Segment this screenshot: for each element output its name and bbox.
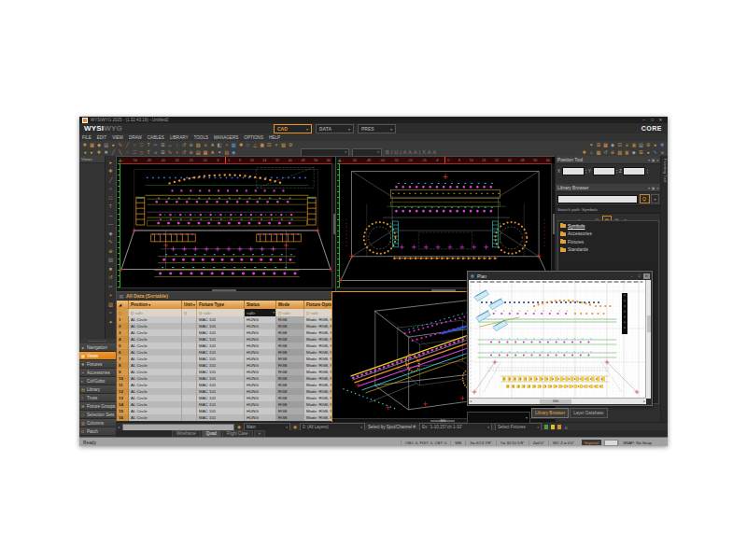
sidebar-item[interactable]: ≡ Truss [79, 394, 116, 402]
toolbar-icon[interactable]: ≡ [658, 149, 666, 156]
filter-fixture-type[interactable]: Ϙ<all> [197, 309, 245, 316]
column-header-position[interactable]: Position▾ [129, 301, 182, 309]
toolbar-icon[interactable]: ╱ [109, 149, 117, 156]
filter-row-number[interactable]: Ϙ [117, 309, 129, 316]
toolbar-icon[interactable]: ✦ [587, 142, 595, 148]
sidebar-item[interactable]: ▥ Columns [79, 419, 116, 427]
filter-status-dropdown[interactable]: <all>▾ [245, 309, 276, 316]
mode-tab[interactable]: CAD ▾ [274, 124, 312, 133]
format-button[interactable]: A [428, 149, 431, 155]
format-button[interactable]: A [408, 149, 412, 155]
library-browser-header[interactable]: Library Browser ▾ ▣ ✕ [556, 184, 661, 192]
toolbar-icon[interactable]: ◇ [245, 142, 252, 148]
toolbar-icon[interactable]: ⊞ [160, 142, 167, 148]
sidebar-item[interactable]: ⊡ Patch [79, 427, 116, 436]
draw-tool-icon[interactable]: ■ [106, 264, 115, 273]
sidebar-item[interactable]: ▤ Library [79, 385, 116, 394]
menu-item[interactable]: EDIT [97, 135, 106, 140]
toolbar-icon[interactable]: ◆ [230, 149, 237, 156]
toolbar-icon[interactable]: ▨ [280, 142, 288, 148]
yellow-flag-icon[interactable] [551, 425, 555, 430]
draw-tool-icon[interactable]: ✚ [106, 167, 115, 176]
toolbar-icon[interactable]: ● [652, 142, 659, 148]
table-row[interactable]: 15 AL Circle MAC 101 HUNG RGB Mode: RGB,… [117, 408, 332, 414]
table-row[interactable]: 6 AL Circle MAC 101 HUNG RGB Mode: RGB, … [117, 349, 332, 356]
search-button[interactable]: Ϙ [640, 194, 650, 203]
toolbar-icon[interactable]: ✦ [216, 149, 223, 156]
sidebar-item[interactable]: ◇ Selection Sets [79, 411, 116, 419]
toolbar-icon[interactable]: ▧ [223, 149, 231, 156]
toolbar-icon[interactable]: ╱ [124, 142, 132, 148]
table-row[interactable]: 3 AL Circle MAC 101 HUNG RGB Mode: RGB, … [117, 329, 332, 336]
table-row[interactable]: 11 AL Circle MAC 101 HUNG RGB Mode: RGB,… [117, 382, 332, 388]
sidebar-item[interactable]: ⊞ Fixture Groups [79, 402, 116, 411]
draw-tool-icon[interactable]: ○ [106, 185, 115, 194]
y-input[interactable] [593, 167, 615, 175]
person-icon[interactable]: ♙ [564, 425, 568, 430]
toolbar-icon[interactable]: ✎ [117, 142, 124, 148]
mode-tab[interactable]: PRES ▾ [358, 124, 396, 133]
toolbar-icon[interactable]: ◆ [609, 142, 616, 148]
collapse-icon[interactable]: ▾ [648, 186, 650, 190]
toolbar-icon[interactable]: ⌂ [587, 149, 595, 156]
draw-tool-icon[interactable]: ◆ [106, 229, 115, 238]
draw-tool-icon[interactable]: ▤ [106, 256, 115, 265]
table-row[interactable]: 7 AL Circle MAC 101 HUNG RGB Mode: RGB, … [117, 356, 332, 362]
all-data-titlebar[interactable]: ▤ All Data (Sortable) [117, 292, 332, 301]
draw-tool-icon[interactable]: □ [106, 193, 115, 203]
table-row[interactable]: 16 AL Circle MAC 101 HUNG RGB Mode: RGB,… [117, 414, 332, 421]
menu-item[interactable]: TOOLS [194, 135, 209, 140]
layer-quick-combo[interactable]: ▾ [467, 412, 530, 424]
sidebar-item[interactable]: ◐ Col/Gobo [79, 377, 116, 385]
column-header-status[interactable]: Status [245, 301, 276, 309]
pin-icon[interactable]: ▣ [652, 158, 655, 162]
toolbar-icon[interactable]: ⚙ [644, 142, 652, 148]
toolbar-icon[interactable]: ◆ [95, 142, 103, 148]
toolbar-icon[interactable]: ✖ [103, 149, 110, 156]
draw-tool-icon[interactable]: ≈ [106, 309, 115, 318]
filter-unit[interactable]: Ϙ [182, 309, 197, 316]
toolbar-icon[interactable]: ● [109, 142, 117, 148]
toolbar-icon[interactable]: ↺ [180, 149, 188, 156]
toolbar-icon[interactable]: ↺ [602, 149, 610, 156]
table-row[interactable]: 4 AL Circle MAC 101 HUNG RGB Mode: RGB, … [117, 336, 332, 343]
format-button[interactable]: X [422, 149, 426, 155]
sidebar-item[interactable]: ✂ Accessories [79, 369, 116, 377]
toolbar-icon[interactable]: ≡ [202, 142, 209, 148]
toolbar-icon[interactable]: ↔ [166, 142, 174, 148]
column-header-fixture-type[interactable]: Fixture Type [197, 301, 245, 309]
plan-v-scrollbar[interactable] [645, 280, 651, 399]
format-button[interactable]: | [419, 149, 420, 155]
menu-item[interactable]: HELP [269, 135, 280, 140]
toolbar-icon[interactable]: ⊞ [595, 142, 602, 148]
sidebar-item[interactable]: ✚ Fixtures [79, 360, 116, 369]
toolbar-icon[interactable]: ≡ [152, 149, 160, 156]
toolbar-icon[interactable]: ▤ [638, 142, 645, 148]
toolbar-icon[interactable]: ✚ [658, 142, 666, 148]
toolbar-icon[interactable]: □ [138, 142, 146, 148]
toolbar-icon[interactable]: ✎ [166, 149, 174, 156]
toolbar-icon[interactable]: ○ [124, 149, 132, 156]
x-input[interactable] [562, 167, 585, 175]
toolbar-icon[interactable]: ╲ [117, 149, 124, 156]
draw-tool-icon[interactable]: ∽ [106, 211, 115, 220]
toolbar-icon[interactable]: ▣ [623, 149, 630, 156]
menu-item[interactable]: FILE [82, 135, 92, 140]
x-spinner[interactable]: ▴▾ [585, 169, 586, 174]
library-tree-item[interactable]: Accessories [558, 231, 658, 239]
edge-tab-label[interactable]: Framing Tool [663, 159, 668, 182]
plan-canvas[interactable] [469, 280, 646, 399]
toolbar-icon[interactable]: ▣ [259, 142, 266, 148]
draw-tool-icon[interactable]: ✂ [106, 282, 115, 291]
menu-item[interactable]: OPTIONS [244, 135, 263, 140]
toolbar-icon[interactable]: ⊕ [188, 142, 195, 148]
table-row[interactable]: 12 AL Circle MAC 101 HUNG RGB Mode: RGB,… [117, 388, 332, 395]
table-row[interactable]: 10 AL Circle MAC 101 HUNG RGB Mode: RGB,… [117, 375, 332, 382]
draw-tool-icon[interactable]: — [106, 220, 115, 230]
z-input[interactable] [623, 167, 645, 175]
scroll-left-icon[interactable]: ◂ [118, 425, 120, 429]
toolbar-icon[interactable]: ▧ [195, 142, 203, 148]
draw-tool-icon[interactable]: ⊕ [106, 246, 115, 256]
table-row[interactable]: 1 AL Circle MAC 101 HUNG RGB Mode: RGB, … [117, 316, 332, 323]
toolbar-icon[interactable]: ✎ [652, 149, 659, 156]
